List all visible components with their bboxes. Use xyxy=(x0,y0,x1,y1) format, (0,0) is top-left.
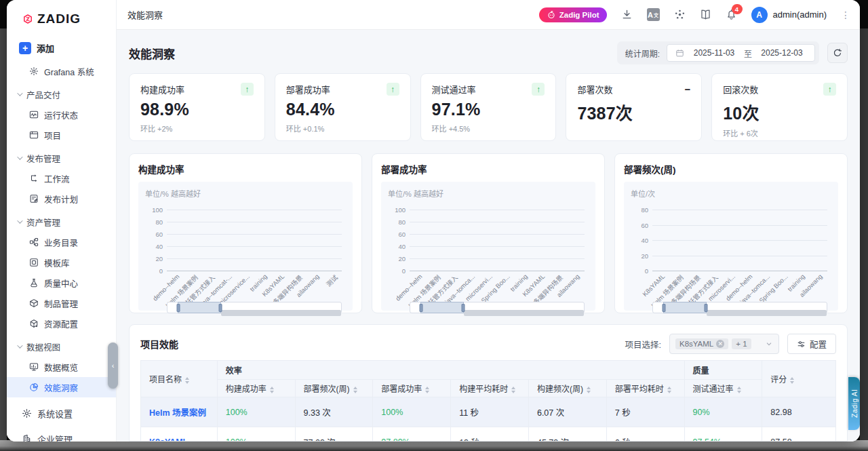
zoom-handle-left[interactable] xyxy=(177,304,180,312)
y-axis-tick: 80 xyxy=(388,218,406,226)
sidebar-item-模板库[interactable]: 模板库 xyxy=(7,252,116,273)
zoom-handle-right[interactable] xyxy=(705,304,708,312)
integrations-dots-icon[interactable] xyxy=(674,9,686,20)
more-menu-icon[interactable]: ⋮ xyxy=(841,9,850,20)
notification-badge: 4 xyxy=(732,4,743,14)
add-button[interactable]: + 添加 xyxy=(19,41,116,54)
sort-icon xyxy=(587,387,591,393)
chart-subtitle: 单位/次 xyxy=(631,188,831,199)
table-row: K8sYAML100%77.23 次97.89%13 秒45.73 次6 秒97… xyxy=(141,427,836,442)
kpi-subtext: 环比 +0.1% xyxy=(286,123,399,134)
remove-tag-icon[interactable]: ✕ xyxy=(716,340,724,348)
sidebar-item-label: 工作流 xyxy=(44,172,70,185)
workflow-icon xyxy=(29,174,39,183)
kpi-title: 测试通过率 xyxy=(432,83,476,96)
column-header-部署成功率[interactable]: 部署成功率 xyxy=(373,380,451,397)
project-link-Helm 场景案例[interactable]: Helm 场景案例 xyxy=(141,397,218,427)
sidebar-item-效能洞察[interactable]: 效能洞察 xyxy=(7,377,116,397)
project-table-wrap: 项目名称效率质量评分构建成功率部署频次(周)部署成功率构建平均耗时构建频次(周)… xyxy=(140,360,836,442)
chart-zoom-slider[interactable] xyxy=(167,302,342,313)
period-control: 统计周期: 2025-11-03 至 2025-12-03 xyxy=(617,41,819,64)
zoom-slider-window[interactable] xyxy=(178,302,221,313)
chart-plot: 020406080100 xyxy=(410,210,585,271)
project-link-K8sYAML[interactable]: K8sYAML xyxy=(141,427,218,442)
table-title: 项目效能 xyxy=(140,337,178,351)
chart-zoom-slider[interactable] xyxy=(652,302,827,313)
docs-book-icon[interactable] xyxy=(700,9,711,20)
zoom-slider-window[interactable] xyxy=(663,302,707,313)
period-label: 统计周期: xyxy=(625,47,660,59)
column-header-测试通过率[interactable]: 测试通过率 xyxy=(684,380,762,397)
y-axis-tick: 60 xyxy=(145,231,163,238)
chart-plot: 020406080100 xyxy=(167,210,342,271)
zoom-handle-left[interactable] xyxy=(663,304,666,312)
column-header-评分[interactable]: 评分 xyxy=(762,361,836,397)
breadcrumb: 效能洞察 xyxy=(127,8,163,21)
sidebar-item-制品管理[interactable]: 制品管理 xyxy=(7,293,116,313)
column-header-构建平均耗时[interactable]: 构建平均耗时 xyxy=(451,380,529,397)
sidebar-item-项目[interactable]: 项目 xyxy=(7,125,116,145)
sidebar-item-label: 效能洞察 xyxy=(44,381,78,394)
sidebar-item-label: 系统设置 xyxy=(37,407,73,420)
score-cell: 87.58 xyxy=(762,427,836,442)
sidebar-group-发布管理[interactable]: 发布管理 xyxy=(7,148,116,168)
sidebar-item-发布计划[interactable]: 发布计划 xyxy=(7,189,116,209)
sidebar-item-系统设置[interactable]: 系统设置 xyxy=(7,403,116,423)
sidebar-item-企业管理[interactable]: 企业管理 xyxy=(7,429,116,442)
zoom-handle-right[interactable] xyxy=(462,304,465,312)
table-cell: 11 秒 xyxy=(451,397,529,427)
grafana-icon xyxy=(29,66,39,76)
zoom-handle-left[interactable] xyxy=(420,304,423,312)
chevron-left-icon: ‹ xyxy=(112,361,115,370)
sidebar-item-质量中心[interactable]: 质量中心 xyxy=(7,273,116,293)
date-end[interactable]: 2025-12-03 xyxy=(757,48,806,58)
chevron-down-icon xyxy=(765,340,773,348)
sidebar-group-产品交付[interactable]: 产品交付 xyxy=(7,84,116,104)
table-cell: 6.07 次 xyxy=(528,397,606,427)
sidebar-collapse-handle[interactable]: ‹ xyxy=(108,342,118,389)
zadig-ai-tab[interactable]: Zadig AI xyxy=(848,377,860,430)
table-cell: 97.89% xyxy=(373,427,451,442)
column-header-部署平均耗时[interactable]: 部署平均耗时 xyxy=(606,380,684,397)
project-table: 项目名称效率质量评分构建成功率部署频次(周)部署成功率构建平均耗时构建频次(周)… xyxy=(140,360,836,442)
sidebar-item-运行状态[interactable]: 运行状态 xyxy=(7,104,116,125)
column-header-项目名称[interactable]: 项目名称 xyxy=(141,361,218,397)
chart-title: 部署成功率 xyxy=(381,162,595,176)
sidebar-item-label: 企业管理 xyxy=(37,433,73,442)
chart-plot: 020406080 xyxy=(652,210,827,271)
user-menu[interactable]: A admin(admin) xyxy=(751,7,827,23)
column-header-部署频次(周)[interactable]: 部署频次(周) xyxy=(295,380,373,397)
sidebar-item-业务目录[interactable]: 业务目录 xyxy=(7,232,116,252)
project-select[interactable]: K8sYAML ✕ + 1 xyxy=(669,334,779,354)
sort-icon xyxy=(737,387,741,393)
chart-zoom-slider[interactable] xyxy=(410,302,585,313)
sidebar-item-数据概览[interactable]: 数据概览 xyxy=(7,357,116,377)
sidebar-item-label: 业务目录 xyxy=(44,236,78,249)
sort-icon xyxy=(425,387,429,393)
download-icon[interactable] xyxy=(621,9,633,20)
column-header-构建频次(周)[interactable]: 构建频次(周) xyxy=(528,380,606,397)
release-plan-icon xyxy=(29,194,39,203)
sidebar-item-label: 运行状态 xyxy=(44,109,78,121)
sidebar-group-数据视图[interactable]: 数据视图 xyxy=(7,336,116,357)
zoom-slider-window[interactable] xyxy=(420,302,464,313)
chart-title: 部署频次(周) xyxy=(624,162,838,176)
chart-panel: 单位/次020406080K8sYAMLHelm 场景案例多端异构场景托管方式接… xyxy=(624,182,838,311)
column-header-构建成功率[interactable]: 构建成功率 xyxy=(217,380,295,397)
kpi-value: 10次 xyxy=(723,100,836,124)
date-range-input[interactable]: 2025-11-03 至 2025-12-03 xyxy=(667,44,815,62)
configure-button[interactable]: 配置 xyxy=(787,334,836,354)
notifications-bell-icon[interactable]: 4 xyxy=(726,9,737,20)
refresh-button[interactable] xyxy=(827,43,848,63)
main-content: 效能洞察 统计周期: 2025-11-03 至 xyxy=(117,30,860,442)
sidebar-group-资产管理[interactable]: 资产管理 xyxy=(7,212,116,232)
status-icon xyxy=(29,110,39,119)
zoom-handle-right[interactable] xyxy=(219,304,222,312)
sidebar-item-资源配置[interactable]: 资源配置 xyxy=(7,313,116,334)
bars xyxy=(410,210,585,271)
translate-icon[interactable]: A文 xyxy=(647,8,660,21)
date-start[interactable]: 2025-11-03 xyxy=(690,48,738,58)
zadig-pilot-button[interactable]: Zadig Pilot xyxy=(539,7,607,22)
sidebar-item-Grafana 系统[interactable]: Grafana 系统 xyxy=(7,61,116,81)
sidebar-item-工作流[interactable]: 工作流 xyxy=(7,168,116,189)
